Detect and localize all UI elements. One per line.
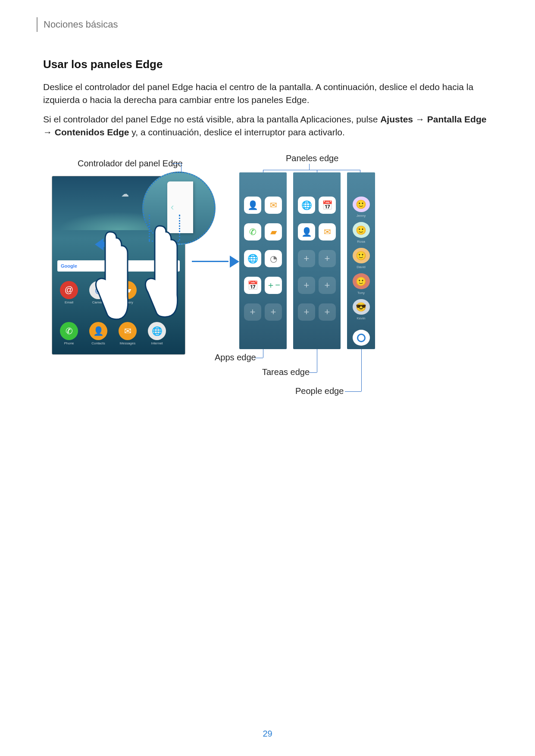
app-tile: ✉ — [319, 223, 336, 241]
app-tile: ＋− — [265, 277, 282, 294]
add-slot: + — [298, 303, 315, 321]
panel-row: 👤✉ — [298, 223, 336, 241]
annotation-line — [263, 170, 360, 170]
panel-row: ✆▰ — [244, 223, 282, 241]
app-tile: ✆ — [244, 223, 261, 241]
panel-row: ++ — [298, 250, 336, 267]
p2-bold-contenidos: Contenidos Edge — [55, 127, 129, 137]
app-icon: @Email — [60, 281, 78, 304]
panel-row: ++ — [298, 303, 336, 321]
breadcrumb-text: Nociones básicas — [44, 19, 118, 30]
people-edge-panel: 🙂Jenny🙂Rosa🙂David🙂Tony😎Kevin — [347, 172, 375, 349]
contact-name: Jenny — [357, 214, 366, 218]
annotation-people-edge: People edge — [295, 386, 344, 396]
app-tile: 📅 — [319, 197, 336, 214]
annotation-line — [263, 349, 263, 358]
google-logo: Google — [61, 263, 77, 269]
annotation-line — [309, 372, 317, 373]
arrow-icon: → — [43, 127, 55, 137]
add-slot: + — [319, 277, 336, 294]
contact-avatar: 🙂 — [353, 222, 370, 238]
annotation-line — [345, 391, 361, 392]
app-tile: 🌐 — [298, 197, 315, 214]
app-tile: ✉ — [265, 197, 282, 214]
page-number: 29 — [0, 729, 535, 739]
tasks-edge-panel: 🌐📅 👤✉ ++ ++ ++ — [293, 172, 341, 349]
add-slot: + — [244, 303, 261, 321]
contact-name: Rosa — [357, 240, 365, 244]
breadcrumb: Nociones básicas — [37, 17, 494, 32]
p2-pre: Si el controlador del panel Edge no está… — [43, 114, 380, 124]
contact-avatar: 🙂 — [353, 273, 370, 289]
gesture-hand-icon — [86, 228, 134, 322]
gesture-hand-icon — [136, 223, 183, 318]
app-tile: ◔ — [265, 250, 282, 267]
arrow-icon: → — [413, 114, 427, 124]
contact-name: David — [357, 265, 365, 269]
app-tile: 🌐 — [244, 250, 261, 267]
app-icon: ✆Phone — [60, 322, 78, 345]
weather-widget-icon: ☁ — [121, 189, 138, 199]
apps-edge-panel: 👤✉ ✆▰ 🌐◔ 📅＋− ++ — [239, 172, 287, 349]
annotation-line — [172, 163, 181, 164]
contact-avatar: 🙂 — [353, 197, 370, 212]
app-tile: 📅 — [244, 277, 261, 294]
app-icon: 👤Contacts — [89, 322, 107, 345]
app-icon: 🌐Internet — [148, 322, 166, 345]
panel-row: 🌐◔ — [244, 250, 282, 267]
section-title: Usar los paneles Edge — [43, 58, 494, 71]
edge-panels-group: 👤✉ ✆▰ 🌐◔ 📅＋− ++ 🌐📅 👤✉ ++ ++ ++ 🙂Jenny🙂Ro… — [239, 172, 375, 349]
panel-row: 📅＋− — [244, 277, 282, 294]
people-edge-settings-button — [353, 330, 370, 346]
app-dock: ✆Phone👤Contacts✉Messages🌐Internet — [60, 322, 177, 345]
contact-name: Tony — [357, 291, 365, 295]
p2-bold-ajustes: Ajustes — [380, 114, 413, 124]
annotation-line — [309, 164, 310, 170]
annotation-line — [317, 349, 317, 372]
p2-post: y, a continuación, deslice el interrupto… — [129, 127, 345, 137]
contact-avatar: 😎 — [353, 299, 370, 315]
panel-row: ++ — [244, 303, 282, 321]
panel-row: 🌐📅 — [298, 197, 336, 214]
add-slot: + — [298, 250, 315, 267]
add-slot: + — [319, 303, 336, 321]
annotation-controller: Controlador del panel Edge — [78, 159, 183, 169]
p2-bold-pantalla: Pantalla Edge — [427, 114, 487, 124]
app-icon: ✉Messages — [119, 322, 137, 345]
contact-avatar: 🙂 — [353, 248, 370, 264]
app-tile: 👤 — [244, 197, 261, 214]
annotation-line — [255, 358, 263, 358]
annotation-line — [361, 349, 362, 391]
panel-row: ++ — [298, 277, 336, 294]
annotation-tasks-edge: Tareas edge — [262, 367, 310, 377]
add-slot: + — [298, 277, 315, 294]
add-slot: + — [319, 250, 336, 267]
app-tile: 👤 — [298, 223, 315, 241]
paragraph-2: Si el controlador del panel Edge no está… — [43, 113, 494, 139]
add-slot: + — [265, 303, 282, 321]
annotation-apps-edge: Apps edge — [215, 353, 256, 362]
figure: Controlador del panel Edge Paneles edge … — [43, 159, 494, 417]
panel-row: 👤✉ — [244, 197, 282, 214]
transition-arrow-icon — [192, 256, 239, 268]
annotation-panels: Paneles edge — [286, 153, 338, 163]
contact-name: Kevin — [357, 316, 365, 320]
paragraph-1: Deslice el controlador del panel Edge ha… — [43, 81, 494, 107]
app-tile: ▰ — [265, 223, 282, 241]
